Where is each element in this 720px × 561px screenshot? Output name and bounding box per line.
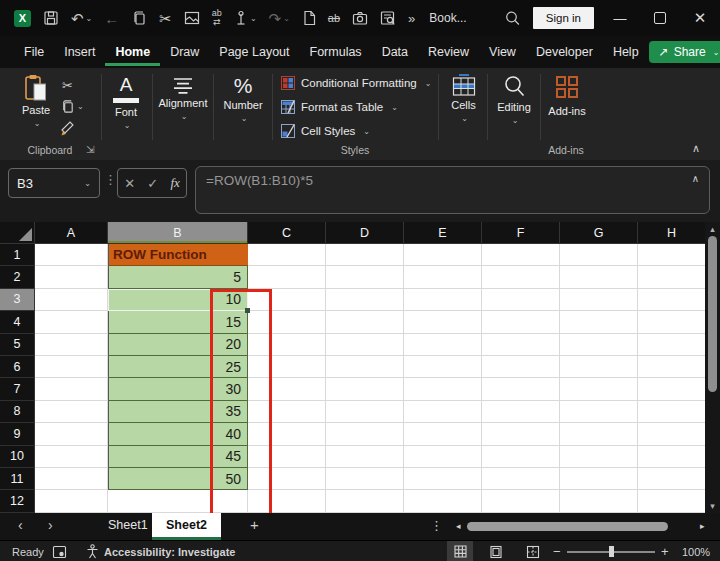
sheet-tab-sheet2-active[interactable]: Sheet2 — [152, 513, 221, 540]
column-header-a[interactable]: A — [35, 222, 108, 244]
cells-right[interactable] — [248, 356, 705, 378]
cells-right[interactable] — [248, 334, 705, 356]
cells-right[interactable] — [248, 378, 705, 400]
zoom-out-button[interactable]: − — [553, 541, 561, 561]
copy-icon[interactable] — [125, 3, 153, 33]
cell[interactable] — [35, 266, 108, 288]
share-button[interactable]: ↗ Share ⌄ — [649, 41, 720, 63]
copy-button[interactable]: ⌄ — [60, 99, 84, 114]
expand-formula-bar-icon[interactable]: ∧ — [692, 173, 699, 184]
hscroll-left-icon[interactable]: ◂ — [456, 521, 461, 531]
cells-right[interactable] — [248, 490, 705, 512]
lookup-sheet-icon[interactable] — [374, 3, 402, 33]
horizontal-scroll-thumb[interactable] — [467, 522, 668, 531]
cells-right[interactable] — [248, 244, 705, 266]
column-header-d[interactable]: D — [326, 222, 404, 244]
cells-right[interactable] — [248, 423, 705, 445]
picture-icon[interactable] — [178, 3, 206, 33]
minimize-button[interactable]: — — [600, 3, 640, 33]
format-as-table-button[interactable]: Format as Table⌄ — [281, 100, 398, 114]
editing-group-button[interactable]: Editing ⌄ — [488, 75, 540, 125]
column-header-g[interactable]: G — [560, 222, 638, 244]
camera-icon[interactable] — [346, 3, 374, 33]
font-group-button[interactable]: A Font ⌄ — [101, 75, 151, 130]
page-break-view-icon[interactable] — [520, 541, 546, 561]
row-header[interactable]: 9 — [0, 423, 35, 445]
cell[interactable] — [35, 244, 108, 266]
name-box-chevron-icon[interactable]: ⌄ — [84, 179, 91, 188]
cut-button[interactable]: ✂ — [62, 78, 73, 93]
prev-sheet-icon[interactable]: ‹ — [18, 517, 23, 533]
new-sheet-icon[interactable]: + — [250, 516, 259, 533]
cell-styles-button[interactable]: Cell Styles⌄ — [281, 124, 370, 138]
cell[interactable] — [35, 446, 108, 468]
cells-right[interactable] — [248, 401, 705, 423]
normal-view-icon[interactable] — [447, 541, 473, 561]
cell-b1-title[interactable]: ROW Function — [108, 244, 248, 266]
cell-b4[interactable]: 15 — [108, 311, 248, 333]
insert-function-icon[interactable]: fx — [170, 175, 179, 191]
column-header-b[interactable]: B — [108, 222, 248, 244]
cell[interactable] — [35, 401, 108, 423]
cell[interactable] — [35, 356, 108, 378]
clipboard-dialog-launcher[interactable]: ⇲ — [86, 144, 94, 155]
cell-b3-selected[interactable]: 10 — [108, 289, 248, 311]
row-header[interactable]: 6 — [0, 356, 35, 378]
tab-data[interactable]: Data — [372, 38, 418, 66]
macro-record-icon[interactable] — [52, 541, 67, 561]
cell-b5[interactable]: 20 — [108, 334, 248, 356]
tab-draw[interactable]: Draw — [160, 38, 209, 66]
tab-help[interactable]: Help — [603, 38, 649, 66]
sheet-tab-sheet1[interactable]: Sheet1 — [100, 518, 156, 532]
tab-formulas[interactable]: Formulas — [300, 38, 372, 66]
sign-in-button[interactable]: Sign in — [533, 7, 594, 29]
enter-icon[interactable]: ✓ — [147, 176, 158, 191]
tab-view[interactable]: View — [479, 38, 526, 66]
cells-right[interactable] — [248, 289, 705, 311]
cell[interactable] — [35, 334, 108, 356]
alignment-group-button[interactable]: Alignment ⌄ — [153, 77, 213, 121]
row-header[interactable]: 3 — [0, 289, 35, 311]
cell-b6[interactable]: 25 — [108, 356, 248, 378]
find-replace-icon[interactable]: ab⇄ — [206, 3, 228, 33]
scroll-up-icon[interactable]: ▴ — [705, 224, 720, 234]
column-header-f[interactable]: F — [482, 222, 560, 244]
maximize-button[interactable] — [640, 3, 680, 33]
excel-logo-icon[interactable]: X — [8, 3, 37, 33]
page-layout-view-icon[interactable] — [483, 541, 509, 561]
row-header[interactable]: 7 — [0, 378, 35, 400]
cell[interactable] — [35, 468, 108, 490]
cell[interactable] — [35, 378, 108, 400]
cells-right[interactable] — [248, 266, 705, 288]
tab-insert[interactable]: Insert — [54, 38, 105, 66]
row-header[interactable]: 11 — [0, 468, 35, 490]
row-header[interactable]: 4 — [0, 311, 35, 333]
vertical-scroll-thumb[interactable] — [708, 236, 717, 392]
tab-developer[interactable]: Developer — [526, 38, 603, 66]
cell-b11[interactable]: 50 — [108, 468, 248, 490]
workbook-name[interactable]: Book... — [421, 11, 474, 25]
sheet-options-icon[interactable]: ⋮ — [430, 518, 443, 533]
search-icon[interactable] — [498, 3, 527, 33]
tab-home[interactable]: Home — [105, 38, 160, 66]
more-commands-icon[interactable]: » — [402, 3, 421, 33]
row-header[interactable]: 12 — [0, 490, 35, 512]
tab-review[interactable]: Review — [418, 38, 479, 66]
hscroll-right-icon[interactable]: ▸ — [700, 521, 705, 531]
cell[interactable] — [35, 490, 108, 512]
cell[interactable] — [35, 289, 108, 311]
number-group-button[interactable]: % Number ⌄ — [214, 75, 272, 123]
cell[interactable] — [108, 490, 248, 512]
touch-mode-button[interactable]: ⌄ — [228, 3, 263, 33]
column-header-e[interactable]: E — [404, 222, 482, 244]
column-header-c[interactable]: C — [248, 222, 326, 244]
cell[interactable] — [35, 423, 108, 445]
name-box[interactable]: B3 ⌄ — [8, 168, 100, 198]
cells-group-button[interactable]: Cells ⌄ — [440, 74, 487, 123]
fill-handle[interactable] — [245, 308, 250, 313]
strikethrough-icon[interactable]: ab — [322, 3, 346, 33]
cells-right[interactable] — [248, 468, 705, 490]
row-header[interactable]: 5 — [0, 334, 35, 356]
cells-right[interactable] — [248, 311, 705, 333]
scroll-down-icon[interactable]: ▾ — [705, 501, 720, 511]
